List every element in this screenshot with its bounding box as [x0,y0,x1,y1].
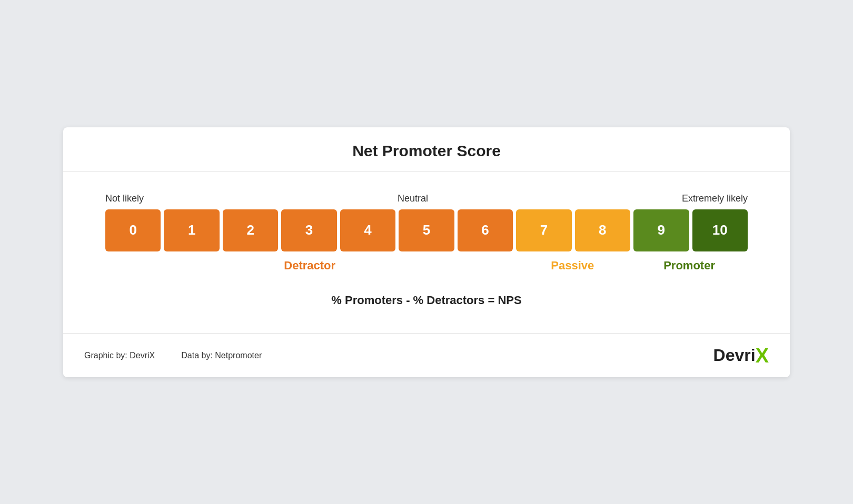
detractor-label: Detractor [105,259,514,273]
scale-cell-10: 10 [692,209,748,251]
logo-x: X [756,346,769,366]
passive-label: Passive [514,259,631,273]
label-not-likely: Not likely [105,193,144,204]
scale-cell-5: 5 [399,209,454,251]
promoter-label: Promoter [631,259,748,273]
data-by: Data by: Netpromoter [181,351,262,360]
scale-cell-6: 6 [458,209,513,251]
devrix-logo: DevriX [713,346,769,366]
scale-cell-4: 4 [340,209,395,251]
scale-cell-7: 7 [516,209,571,251]
scale-cell-2: 2 [223,209,278,251]
scale-cell-3: 3 [281,209,336,251]
scale-top-labels: Not likely Neutral Extremely likely [105,193,748,204]
scale-cell-8: 8 [575,209,630,251]
footer: Graphic by: DevriX Data by: Netpromoter … [63,334,790,377]
logo-text: Devri [713,346,756,365]
label-extremely-likely: Extremely likely [682,193,748,204]
page-title: Net Promoter Score [84,142,769,160]
scale-cell-9: 9 [633,209,689,251]
graphic-by: Graphic by: DevriX [84,351,155,360]
card-header: Net Promoter Score [63,127,790,172]
category-labels: Detractor Passive Promoter [105,259,748,273]
formula: % Promoters - % Detractors = NPS [105,294,748,307]
scale-cell-1: 1 [164,209,219,251]
card-body: Not likely Neutral Extremely likely 0123… [63,172,790,334]
footer-left: Graphic by: DevriX Data by: Netpromoter [84,351,262,360]
main-card: Net Promoter Score Not likely Neutral Ex… [63,127,790,377]
scale-bar: 012345678910 [105,209,748,251]
label-neutral: Neutral [398,193,428,204]
scale-cell-0: 0 [105,209,161,251]
